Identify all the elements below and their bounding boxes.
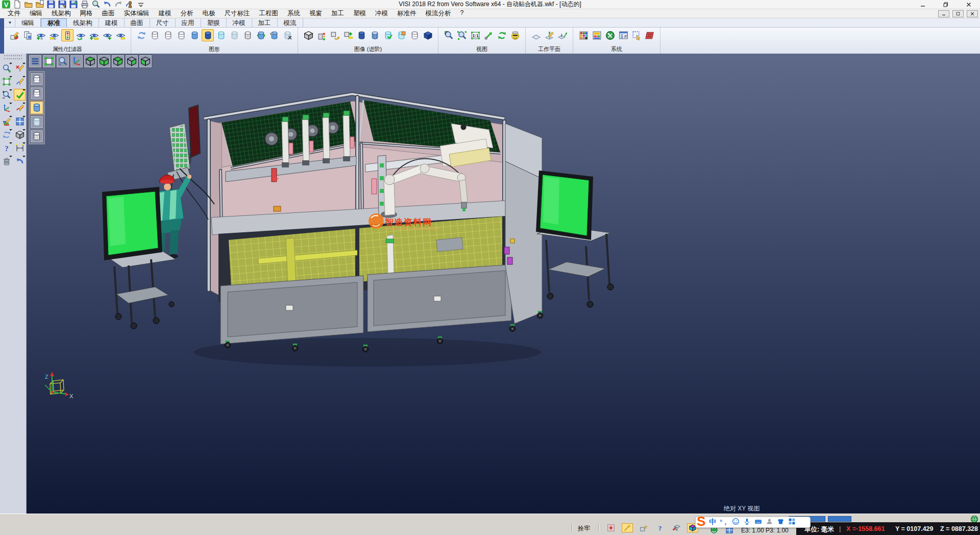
tab-dropdown-button[interactable]: ▼ <box>5 18 15 27</box>
child-restore-button[interactable] <box>952 10 964 17</box>
save-icon[interactable] <box>46 1 56 9</box>
view-refresh-icon[interactable] <box>496 29 508 41</box>
menu-item[interactable]: 编辑 <box>25 9 47 18</box>
status-help-icon[interactable]: ? <box>654 523 666 532</box>
workplane-axes-icon[interactable] <box>530 29 542 41</box>
menu-item[interactable]: 冲模 <box>371 9 393 18</box>
3d-viewport[interactable]: 智造资料网 INTELLIGENT MANUFACTURING DATA Z X <box>27 54 980 514</box>
menu-item[interactable]: 分析 <box>176 9 198 18</box>
color-palette-icon[interactable] <box>577 29 590 41</box>
ime-account-icon[interactable] <box>766 518 773 527</box>
open-folder-icon[interactable] <box>23 1 34 9</box>
adv-traffic-icon[interactable] <box>315 29 328 41</box>
snap-recycle-icon[interactable] <box>605 523 617 532</box>
menu-item[interactable]: ? <box>456 9 469 18</box>
menu-item[interactable]: 线架构 <box>47 9 76 18</box>
export-box-icon[interactable] <box>671 523 682 532</box>
undo-icon[interactable] <box>102 1 112 9</box>
menu-lines-icon[interactable] <box>29 55 42 68</box>
show-plus-icon[interactable] <box>101 29 113 41</box>
cyl-light-icon[interactable] <box>228 29 240 41</box>
visi-logo-icon[interactable]: V <box>1 1 11 9</box>
ribbon-tab-塑膜[interactable]: 塑膜 <box>201 18 227 27</box>
cyl-wire-icon[interactable] <box>149 29 161 41</box>
ime-language-toggle[interactable]: 中 <box>709 518 716 527</box>
cyl-tools-icon[interactable] <box>281 29 293 41</box>
cube-bottom-icon[interactable] <box>97 55 111 68</box>
move-triad-icon[interactable] <box>1 102 12 114</box>
erase-sketch-icon[interactable] <box>14 62 26 74</box>
ime-punctuation-toggle[interactable]: °， <box>720 518 728 527</box>
filter-traffic-light-icon[interactable] <box>61 29 74 41</box>
cyl-solid-icon[interactable] <box>355 29 368 41</box>
grid-window-icon[interactable] <box>14 115 26 127</box>
menu-item[interactable]: 尺寸标注 <box>220 9 255 18</box>
entity-refresh-icon[interactable] <box>1 129 12 140</box>
visibility-refresh-icon[interactable] <box>75 29 87 41</box>
save-all-icon[interactable] <box>68 1 79 9</box>
redo-icon[interactable] <box>113 1 124 9</box>
magic-wand-icon[interactable] <box>622 523 633 532</box>
axes-triad-icon[interactable] <box>70 55 83 68</box>
show-toggle-icon[interactable] <box>88 29 100 41</box>
cyl-shaded-icon[interactable] <box>30 101 43 114</box>
zoom-1-1-icon[interactable]: 1:1 <box>469 29 481 41</box>
attr-palette-icon[interactable] <box>1 115 12 127</box>
menu-item[interactable]: 电极 <box>198 9 220 18</box>
ime-skin-icon[interactable] <box>777 518 785 527</box>
minimize-button[interactable] <box>911 0 934 9</box>
copy-properties-icon[interactable] <box>21 29 34 41</box>
cyl-striped-icon[interactable] <box>369 29 381 41</box>
workplane-edit-icon[interactable] <box>543 29 555 41</box>
workplane-double-icon[interactable] <box>556 29 569 41</box>
cyl-wire-icon[interactable] <box>162 29 174 41</box>
cyl-light-icon[interactable] <box>30 115 43 129</box>
brush-box-icon[interactable] <box>638 523 649 532</box>
menu-item[interactable]: 建模 <box>154 9 176 18</box>
child-minimize-button[interactable] <box>938 10 949 17</box>
cyl-hatched-icon[interactable] <box>30 130 43 143</box>
measure-dim-icon[interactable] <box>14 142 26 154</box>
child-close-button[interactable] <box>967 10 978 17</box>
sketch-spline-icon[interactable] <box>14 76 26 87</box>
cyl-shaded-icon[interactable] <box>188 29 201 41</box>
zoom-pan-icon[interactable] <box>1 62 12 74</box>
delete-trash-icon[interactable] <box>1 155 12 167</box>
grid-red-icon[interactable] <box>644 29 656 41</box>
zoom-extents-icon[interactable] <box>456 29 468 41</box>
adv-refresh-icon[interactable] <box>329 29 341 41</box>
ribbon-tab-标准[interactable]: 标准 <box>41 18 67 27</box>
zoom-dynamic-icon[interactable] <box>56 55 69 68</box>
menu-item[interactable]: 工程图 <box>255 9 283 18</box>
adv-add-icon[interactable] <box>302 29 314 41</box>
menu-item[interactable]: 标准件 <box>393 9 421 18</box>
ime-emoji-icon[interactable] <box>732 518 740 527</box>
ime-keyboard-icon[interactable] <box>754 518 762 527</box>
ribbon-tab-模流[interactable]: 模流 <box>278 18 303 27</box>
zoom-window-icon[interactable] <box>443 29 455 41</box>
menu-item[interactable]: 文件 <box>3 9 25 18</box>
save-as-icon[interactable] <box>57 1 67 9</box>
zoom-arrow-icon[interactable] <box>482 29 495 41</box>
print-preview-icon[interactable] <box>91 1 101 9</box>
ime-toolbox-icon[interactable] <box>788 518 796 527</box>
new-file-icon[interactable] <box>12 1 22 9</box>
solid-box-icon[interactable] <box>14 129 26 140</box>
view-face-icon[interactable] <box>509 29 521 41</box>
select-rect-icon[interactable] <box>1 76 12 87</box>
confirm-check-icon[interactable] <box>14 89 26 101</box>
print-icon[interactable] <box>80 1 90 9</box>
fit-view-icon[interactable] <box>42 55 56 68</box>
cyl-wire-icon[interactable] <box>175 29 187 41</box>
cyl-transparent-icon[interactable] <box>215 29 227 41</box>
menu-item[interactable]: 模流分析 <box>421 9 456 18</box>
ribbon-tab-冲模[interactable]: 冲模 <box>227 18 252 27</box>
toolbar-dropdown-icon[interactable] <box>136 1 146 9</box>
cyl-pair-icon[interactable] <box>268 29 280 41</box>
menu-item[interactable]: 系统 <box>283 9 305 18</box>
system-settings-icon[interactable] <box>617 29 629 41</box>
open-part-icon[interactable] <box>35 1 45 9</box>
shaded-box-icon[interactable] <box>422 29 434 41</box>
dock-drag-handle[interactable] <box>4 55 22 59</box>
ribbon-tab-尺寸[interactable]: 尺寸 <box>150 18 176 27</box>
